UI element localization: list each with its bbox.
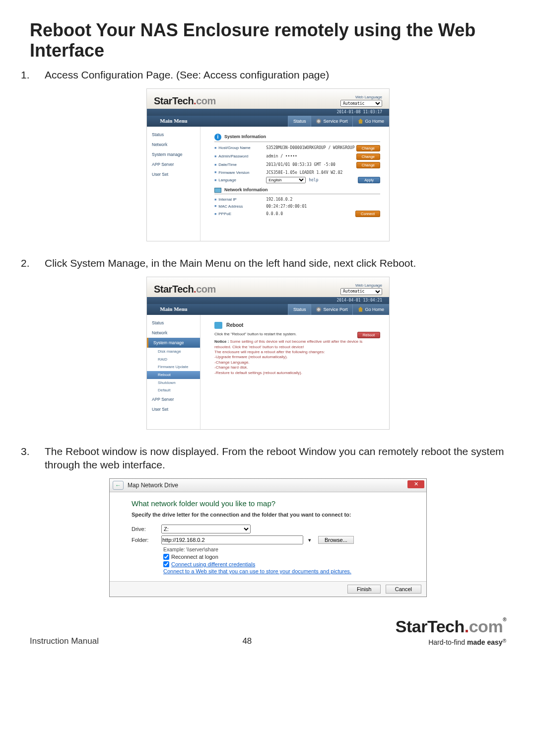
sidebar-item-userset[interactable]: User Set (147, 404, 200, 414)
reconnect-checkbox[interactable] (163, 554, 169, 560)
sidebar-item-network[interactable]: Network (147, 140, 200, 150)
submenu-shutdown[interactable]: Shutdown (147, 379, 200, 387)
reboot-hint: Click the "Reboot" button to restart the… (214, 332, 380, 337)
screenshot-status-page: StarTech..comcom Web Language Automatic … (146, 88, 390, 241)
drive-select[interactable]: Z: (161, 525, 251, 533)
map-network-drive-dialog: ← Map Network Drive ✕ What network folde… (109, 478, 427, 597)
sidebar-item-appserver[interactable]: APP Server (147, 159, 200, 169)
connect-website-link[interactable]: Connect to a Web site that you can use t… (163, 568, 351, 574)
page-title: Reboot Your NAS Enclosure remotely using… (30, 20, 506, 61)
network-icon (214, 188, 221, 193)
close-button[interactable]: ✕ (407, 480, 424, 488)
folder-input[interactable] (161, 535, 303, 544)
tab-service-port[interactable]: Service Port (311, 304, 352, 315)
instruction-manual-label: Instruction Manual (30, 636, 99, 646)
folder-example: Example: \\server\share (163, 546, 411, 552)
reboot-notice: Notice : Some setting of this device wil… (214, 339, 380, 376)
info-icon: i (214, 134, 221, 141)
sidebar-item-userset[interactable]: User Set (147, 169, 200, 179)
sidebar: Status Network System manage Disk manage… (147, 315, 201, 429)
tab-go-home[interactable]: Go Home (352, 116, 389, 127)
sidebar-item-system[interactable]: System manage (147, 150, 200, 159)
folder-label: Folder: (132, 537, 161, 543)
main-menu-label: Main Menu (147, 118, 201, 124)
reboot-title: Reboot (226, 322, 243, 328)
tab-go-home[interactable]: Go Home (352, 304, 389, 315)
sidebar: Status Network System manage APP Server … (147, 127, 201, 241)
sidebar-item-system[interactable]: System manage (147, 338, 200, 348)
section-network-info: Network Information (214, 186, 380, 194)
submenu-default[interactable]: Default (147, 386, 200, 394)
step-2: 2.Click System Manage, in the Main Menu … (30, 256, 506, 270)
web-language-select[interactable]: Automatic (340, 100, 382, 107)
startech-logo: StarTech..comcom (154, 95, 216, 107)
back-button[interactable]: ← (113, 481, 124, 490)
web-language-label: Web Language (340, 95, 382, 100)
credentials-checkbox[interactable] (163, 561, 169, 567)
dialog-title: Map Network Drive (128, 482, 178, 489)
tab-status[interactable]: Status (288, 304, 311, 315)
dialog-subtitle: Specify the drive letter for the connect… (132, 512, 411, 518)
reboot-icon (214, 322, 222, 329)
gear-icon (316, 307, 321, 312)
cancel-button[interactable]: Cancel (386, 585, 421, 594)
screenshot-reboot-page: StarTech.com Web Language Automatic 2014… (146, 277, 390, 430)
startech-logo: StarTech.com (154, 283, 216, 295)
tab-status[interactable]: Status (288, 116, 311, 127)
submenu-fwupdate[interactable]: Firmware Update (147, 363, 200, 371)
home-icon (358, 307, 363, 312)
step-3: 3.The Reboot window is now displayed. Fr… (30, 445, 506, 472)
submenu-disk[interactable]: Disk manage (147, 348, 200, 356)
reboot-button[interactable]: Reboot (357, 332, 380, 338)
finish-button[interactable]: Finish (347, 585, 381, 594)
change-host-button[interactable]: Change (356, 145, 380, 151)
apply-language-button[interactable]: Apply (358, 177, 380, 183)
page-number: 48 (242, 636, 252, 646)
web-language-select[interactable]: Automatic (340, 288, 382, 295)
change-date-button[interactable]: Change (356, 162, 380, 168)
browse-button[interactable]: Browse... (318, 536, 354, 544)
footer-logo: StarTech.com® Hard-to-find made easy® (396, 617, 506, 646)
language-select[interactable]: English (266, 177, 306, 183)
section-system-info: i System Information (214, 133, 380, 142)
step-1: 1.Access Configuration Page. (See: Acces… (30, 68, 506, 81)
timestamp: 2014-01-08 11:03:17 (147, 109, 389, 116)
tab-service-port[interactable]: Service Port (311, 116, 352, 127)
submenu-raid[interactable]: RAID (147, 356, 200, 364)
connect-pppoe-button[interactable]: Connect (355, 211, 380, 217)
dialog-question: What network folder would you like to ma… (132, 499, 411, 508)
timestamp: 2014-04-01 13:04:21 (147, 297, 389, 304)
home-icon (358, 119, 363, 124)
drive-label: Drive: (132, 526, 161, 532)
gear-icon (316, 119, 321, 124)
sidebar-item-appserver[interactable]: APP Server (147, 394, 200, 404)
sidebar-item-status[interactable]: Status (147, 318, 200, 328)
sidebar-item-status[interactable]: Status (147, 130, 200, 140)
change-admin-button[interactable]: Change (356, 153, 380, 160)
sidebar-item-network[interactable]: Network (147, 328, 200, 338)
web-language-label: Web Language (340, 283, 382, 288)
main-menu-label: Main Menu (147, 306, 201, 312)
submenu-reboot[interactable]: Reboot (147, 371, 200, 379)
